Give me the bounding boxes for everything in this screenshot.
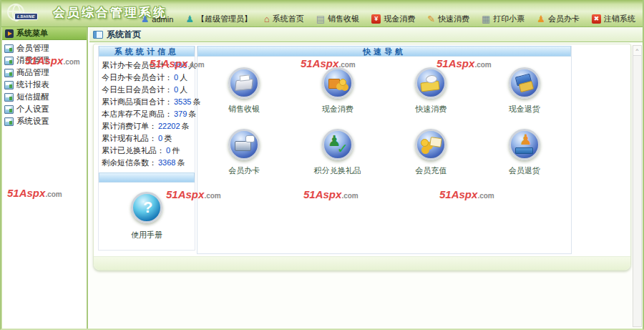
quick-nav-item[interactable]: 会员退货 — [509, 129, 540, 176]
quick-icon: ✎ — [427, 14, 435, 24]
menu-item-label: 系统首页 — [273, 14, 304, 24]
stat-value: 3368 — [158, 158, 175, 167]
manual-label: 使用手册 — [99, 230, 195, 241]
quick-nav-label: 现金退货 — [509, 104, 540, 115]
stat-value: 990 — [174, 61, 187, 69]
logout-icon: ✖ — [592, 14, 601, 24]
stat-row: 本店库存不足商品：379条 — [102, 108, 193, 120]
quick-nav-grid: 销售收银现金消费快速消费现金退货会员办卡积分兑换礼品会员充值会员退货 — [197, 67, 571, 176]
menu-item-label: 销售收银 — [328, 14, 359, 24]
stat-unit: 条 — [177, 158, 185, 167]
sidebar-item[interactable]: 短信提醒 — [4, 91, 87, 103]
sidebar-item[interactable]: 系统设置 — [4, 115, 87, 127]
stat-row: 累计商品项目合计：3535条 — [102, 96, 193, 108]
print-icon: ▦ — [482, 14, 490, 24]
question-icon — [131, 192, 162, 223]
tab-system-home[interactable]: 系统首页 — [93, 29, 141, 41]
window-icon — [4, 44, 14, 53]
stat-label: 今日办卡会员合计： — [102, 73, 172, 82]
menu-item-label: 注销系统 — [604, 14, 635, 24]
menu-item[interactable]: ¥现金消费 — [371, 14, 415, 24]
cash-return-icon — [509, 67, 540, 99]
stat-row: 累计已兑换礼品：0件 — [102, 145, 193, 157]
stat-label: 累计现有礼品： — [102, 134, 157, 142]
empty-panel-header — [99, 173, 195, 183]
cash-icon: ¥ — [371, 14, 381, 24]
quick-nav-panel: 快速导航 销售收银现金消费快速消费现金退货会员办卡积分兑换礼品会员充值会员退货 — [197, 46, 572, 254]
stat-row: 今日办卡会员合计：0人 — [102, 72, 193, 84]
menu-item-label: 快速消费 — [438, 14, 469, 24]
sidebar-header: 系统菜单 — [2, 27, 87, 40]
stat-row: 累计消费订单：22202条 — [102, 120, 193, 132]
card-footer — [94, 256, 630, 270]
sidebar-item[interactable]: 商品管理 — [4, 67, 87, 79]
member-card-icon — [228, 129, 260, 160]
sidebar-item[interactable]: 消费管理 — [4, 54, 87, 67]
stat-unit: 条 — [188, 110, 196, 118]
window-icon — [4, 117, 14, 126]
sidebar-item-label: 短信提醒 — [16, 92, 49, 102]
home-icon: ⌂ — [264, 14, 270, 24]
menu-item[interactable]: ⌂系统首页 — [264, 14, 304, 24]
quick-nav-item[interactable]: 现金退货 — [509, 67, 540, 115]
menu-item[interactable]: ▦打印小票 — [482, 14, 525, 24]
quick-nav-item[interactable]: 快速消费 — [415, 67, 447, 115]
app-window: LSHINE 会员综合管理系统 ♟admin♟【超级管理员】⌂系统首页▤销售收银… — [0, 0, 644, 330]
quick-nav-label: 会员办卡 — [228, 165, 260, 176]
stat-row: 累计现有礼品：0类 — [102, 132, 193, 145]
stat-value: 0 — [174, 73, 178, 82]
stat-value: 22202 — [158, 122, 180, 130]
stat-label: 累计已兑换礼品： — [102, 146, 165, 155]
quick-nav-item[interactable]: 销售收银 — [228, 67, 260, 115]
scrollbar[interactable]: ^ — [633, 45, 642, 327]
menu-item[interactable]: ✖注销系统 — [592, 14, 635, 24]
window-icon — [4, 57, 14, 65]
stats-list: 累计办卡会员合计：990人今日办卡会员合计：0人今日生日会员合计：0人累计商品项… — [99, 57, 195, 169]
sidebar-item-label: 统计报表 — [16, 79, 49, 90]
cashier-icon: ▤ — [316, 14, 325, 24]
quick-nav-item[interactable]: 会员充值 — [415, 129, 447, 176]
content-card: 系统统计信息 累计办卡会员合计：990人今日办卡会员合计：0人今日生日会员合计：… — [93, 44, 631, 271]
stat-value: 379 — [174, 110, 187, 118]
quick-nav-label: 销售收银 — [228, 104, 260, 115]
stat-unit: 人 — [180, 73, 187, 82]
tab-bar: 系统首页 — [89, 27, 643, 42]
quick-nav-item[interactable]: 积分兑换礼品 — [314, 129, 361, 176]
menu-item-label: 会员办卡 — [548, 14, 580, 24]
stat-label: 累计办卡会员合计： — [102, 61, 172, 69]
sidebar-item-label: 系统设置 — [16, 116, 49, 127]
manual-button[interactable]: 使用手册 — [99, 192, 195, 241]
menu-item[interactable]: ▤销售收银 — [316, 14, 359, 24]
points-gift-icon — [322, 129, 353, 160]
quick-nav-item[interactable]: 会员办卡 — [228, 129, 260, 176]
tab-label: 系统首页 — [107, 29, 141, 41]
sidebar-item[interactable]: 个人设置 — [4, 103, 87, 115]
menu-item-label: 【超级管理员】 — [197, 14, 252, 24]
window-icon — [4, 69, 14, 77]
stat-unit: 件 — [172, 146, 180, 155]
scroll-up-icon[interactable]: ^ — [633, 46, 641, 56]
sidebar-item[interactable]: 统计报表 — [4, 79, 87, 91]
stat-row: 剩余短信条数：3368条 — [102, 157, 193, 169]
grid-icon — [93, 31, 103, 39]
quick-nav-label: 积分兑换礼品 — [314, 165, 361, 176]
menu-item[interactable]: ♟admin — [141, 14, 174, 24]
stat-label: 本店库存不足商品： — [102, 110, 172, 118]
menu-item[interactable]: ♟会员办卡 — [537, 14, 580, 24]
sidebar-item[interactable]: 会员管理 — [4, 42, 87, 54]
stat-value: 0 — [166, 146, 170, 155]
recharge-icon — [415, 129, 447, 160]
stat-row: 累计办卡会员合计：990人 — [102, 59, 193, 72]
cash-register-icon — [228, 67, 260, 99]
menu-item-label: 现金消费 — [384, 14, 415, 24]
sidebar-item-label: 消费管理 — [16, 55, 49, 66]
stat-value: 0 — [158, 134, 162, 142]
logo-badge: LSHINE — [14, 13, 38, 20]
stat-unit: 人 — [180, 85, 187, 94]
stat-label: 今日生日会员合计： — [102, 85, 172, 94]
menu-item[interactable]: ♟【超级管理员】 — [185, 14, 252, 24]
sidebar-header-label: 系统菜单 — [16, 28, 48, 39]
stat-value: 0 — [174, 85, 178, 94]
quick-nav-item[interactable]: 现金消费 — [322, 67, 353, 115]
menu-item[interactable]: ✎快速消费 — [427, 14, 469, 24]
